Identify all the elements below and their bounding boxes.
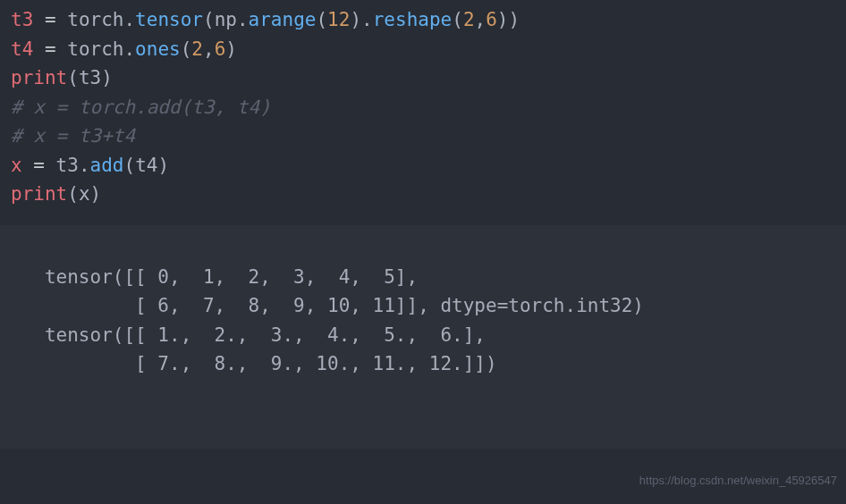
code-block: t3 = torch.tensor(np.arange(12).reshape(…	[0, 0, 846, 225]
output-line-1: tensor([[ 0, 1, 2, 3, 4, 5],	[11, 263, 835, 292]
var-x: x	[11, 155, 22, 176]
output-line-4: [ 7., 8., 9., 10., 11., 12.]])	[11, 349, 835, 379]
output-block: tensor([[ 0, 1, 2, 3, 4, 5], [ 6, 7, 8, …	[0, 225, 846, 449]
code-line-2: t4 = torch.ones(2,6)	[11, 35, 835, 64]
var-t3: t3	[11, 9, 33, 30]
code-line-3: print(t3)	[11, 63, 835, 93]
code-line-6: x = t3.add(t4)	[11, 151, 835, 181]
code-line-5-comment: # x = t3+t4	[11, 122, 835, 151]
output-line-3: tensor([[ 1., 2., 3., 4., 5., 6.],	[11, 321, 835, 350]
output-line-2: [ 6, 7, 8, 9, 10, 11]], dtype=torch.int3…	[11, 291, 835, 321]
watermark-text: https://blog.csdn.net/weixin_45926547	[639, 472, 837, 490]
print-call: print	[11, 67, 67, 88]
var-t4: t4	[11, 38, 33, 60]
code-line-4-comment: # x = torch.add(t3, t4)	[11, 93, 835, 122]
code-line-1: t3 = torch.tensor(np.arange(12).reshape(…	[11, 5, 835, 35]
code-line-7: print(x)	[11, 180, 835, 209]
print-call: print	[11, 183, 67, 205]
